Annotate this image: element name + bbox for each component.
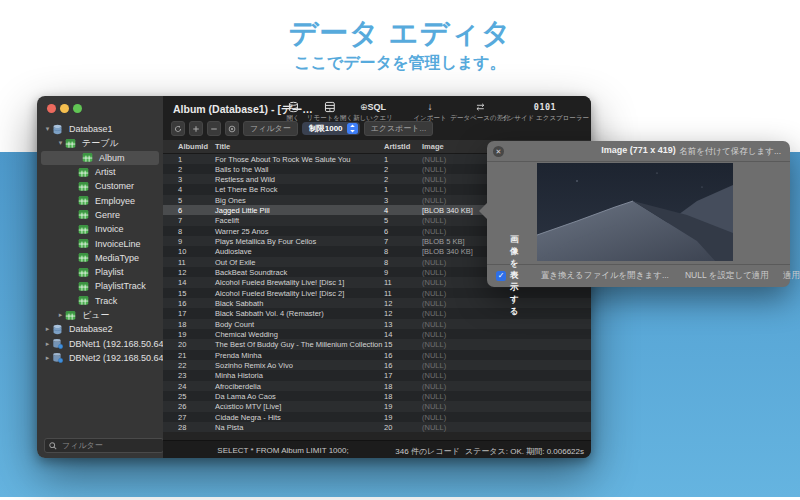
- table-row[interactable]: 27Cidade Negra - Hits19(NULL): [163, 412, 591, 422]
- table-row[interactable]: 15Alcohol Fueled Brewtality Live! [Disc …: [163, 288, 591, 298]
- table-row[interactable]: 26Acústico MTV [Live]19(NULL): [163, 401, 591, 411]
- sidebar-item-label: DBNet1 (192.168.50.64): [69, 339, 167, 349]
- cell-album-id: 9: [178, 237, 182, 246]
- open-replacement-file-button[interactable]: 置き換えるファイルを開きます...: [541, 270, 669, 282]
- cell-artist-id: 4: [384, 206, 388, 215]
- sidebar-item-employee[interactable]: Employee: [37, 193, 163, 207]
- table-icon: [78, 209, 91, 220]
- table-row[interactable]: 17Black Sabbath Vol. 4 (Remaster)12(NULL…: [163, 308, 591, 318]
- chevron-right-icon[interactable]: ▸: [43, 325, 52, 333]
- sidebar-item-invoiceline[interactable]: InvoiceLine: [37, 236, 163, 250]
- cell-title: Black Sabbath Vol. 4 (Remaster): [215, 309, 324, 318]
- sidebar-item-database2[interactable]: ▸Database2: [37, 322, 163, 336]
- sidebar-filter-field[interactable]: [44, 438, 164, 453]
- minimize-window-button[interactable]: [60, 104, 69, 113]
- table-row[interactable]: 22Sozinho Remix Ao Vivo16(NULL): [163, 360, 591, 370]
- cell-artist-id: 16: [384, 351, 392, 360]
- cancel-button[interactable]: [225, 121, 239, 136]
- sidebar: ▾Database1▾テーブルAlbumArtistCustomerEmploy…: [37, 96, 163, 458]
- filter-button[interactable]: フィルター: [243, 121, 298, 136]
- sidebar-item-customer[interactable]: Customer: [37, 179, 163, 193]
- cell-artist-id: 13: [384, 320, 392, 329]
- cell-album-id: 16: [178, 299, 186, 308]
- show-image-checkbox[interactable]: ✓: [496, 271, 506, 281]
- sidebar-item-dbnet1-192-168-50-64[interactable]: ▸DBNet1 (192.168.50.64): [37, 336, 163, 350]
- column-header-image[interactable]: Image: [422, 142, 444, 151]
- cell-title: Facelift: [215, 216, 239, 225]
- cell-album-id: 3: [178, 175, 182, 184]
- table-row[interactable]: 28Na Pista20(NULL): [163, 422, 591, 432]
- cell-title: Plays Metallica By Four Cellos: [215, 237, 316, 246]
- table-icon: [78, 195, 91, 206]
- table-row[interactable]: 16Black Sabbath12(NULL): [163, 298, 591, 308]
- chevron-down-icon[interactable]: ▾: [56, 139, 65, 147]
- sidebar-item-artist[interactable]: Artist: [37, 165, 163, 179]
- cell-album-id: 25: [178, 392, 186, 401]
- table-row[interactable]: 19Chemical Wedding14(NULL): [163, 329, 591, 339]
- cell-album-id: 14: [178, 278, 186, 287]
- cell-album-id: 15: [178, 289, 186, 298]
- sidebar-item-[interactable]: ▸ビュー: [37, 308, 163, 322]
- cell-image: (NULL): [422, 413, 446, 422]
- sidebar-item-track[interactable]: Track: [37, 294, 163, 308]
- table-row[interactable]: 25Da Lama Ao Caos18(NULL): [163, 391, 591, 401]
- panel-bottombar: ✓ 画像を表示する 置き換えるファイルを開きます... NULL を設定して適用…: [487, 264, 790, 287]
- database-icon: [52, 324, 65, 335]
- close-window-button[interactable]: [47, 104, 56, 113]
- stepper-arrows-icon[interactable]: [347, 123, 358, 134]
- sidebar-item-playlisttrack[interactable]: PlaylistTrack: [37, 279, 163, 293]
- save-as-button[interactable]: 名前を付けて保存します...: [679, 146, 781, 158]
- set-null-apply-button[interactable]: NULL を設定して適用: [685, 270, 769, 282]
- chevron-right-icon[interactable]: ▸: [43, 340, 52, 348]
- table-row[interactable]: 24Afrociberdelia18(NULL): [163, 381, 591, 391]
- sidebar-item-database1[interactable]: ▾Database1: [37, 122, 163, 136]
- cell-album-id: 27: [178, 413, 186, 422]
- cell-title: Chemical Wedding: [215, 330, 278, 339]
- add-row-button[interactable]: [189, 121, 203, 136]
- cell-artist-id: 11: [384, 289, 392, 298]
- cell-image: (NULL): [422, 165, 446, 174]
- table-row[interactable]: 20The Best Of Buddy Guy - The Millenium …: [163, 339, 591, 349]
- cell-artist-id: 1: [384, 185, 388, 194]
- sidebar-item-label: Database2: [69, 324, 113, 334]
- limit-stepper[interactable]: 制限1000: [302, 122, 360, 135]
- sidebar-item-album[interactable]: Album: [41, 151, 159, 165]
- delete-row-button[interactable]: [207, 121, 221, 136]
- chevron-right-icon[interactable]: ▸: [43, 354, 52, 362]
- sidebar-item-label: Playlist: [95, 267, 124, 277]
- minus-icon: [210, 125, 218, 133]
- cell-artist-id: 3: [384, 196, 388, 205]
- zoom-window-button[interactable]: [73, 104, 82, 113]
- sidebar-item-label: MediaType: [95, 253, 139, 263]
- cell-image: (NULL): [422, 361, 446, 370]
- chevron-down-icon[interactable]: ▾: [43, 125, 52, 133]
- apply-button[interactable]: 適用: [783, 270, 800, 282]
- column-header-artistid[interactable]: ArtistId: [384, 142, 410, 151]
- sidebar-item-[interactable]: ▾テーブル: [37, 136, 163, 150]
- sidebar-item-mediatype[interactable]: MediaType: [37, 251, 163, 265]
- export-button[interactable]: エクスポート...: [364, 121, 434, 136]
- cell-artist-id: 18: [384, 382, 392, 391]
- cell-album-id: 22: [178, 361, 186, 370]
- chevron-right-icon[interactable]: ▸: [56, 311, 65, 319]
- cancel-icon: [228, 125, 236, 133]
- sidebar-filter-input[interactable]: [60, 440, 154, 451]
- cell-artist-id: 1: [384, 155, 388, 164]
- cell-artist-id: 20: [384, 423, 392, 432]
- sidebar-item-invoice[interactable]: Invoice: [37, 222, 163, 236]
- table-row[interactable]: 23Minha Historia17(NULL): [163, 370, 591, 380]
- table-row[interactable]: 18Body Count13(NULL): [163, 319, 591, 329]
- sidebar-item-label: Invoice: [95, 224, 124, 234]
- column-header-title[interactable]: Title: [215, 142, 230, 151]
- sidebar-item-playlist[interactable]: Playlist: [37, 265, 163, 279]
- sidebar-item-dbnet2-192-168-50-64[interactable]: ▸DBNet2 (192.168.50.64): [37, 351, 163, 365]
- table-icon: [78, 267, 91, 278]
- sidebar-item-label: Customer: [95, 181, 134, 191]
- table-row[interactable]: 21Prenda Minha16(NULL): [163, 350, 591, 360]
- cell-image: (NULL): [422, 371, 446, 380]
- refresh-icon: [174, 125, 182, 133]
- cell-image: (NULL): [422, 155, 446, 164]
- refresh-button[interactable]: [171, 121, 185, 136]
- column-header-albumid[interactable]: AlbumId: [178, 142, 208, 151]
- sidebar-item-genre[interactable]: Genre: [37, 208, 163, 222]
